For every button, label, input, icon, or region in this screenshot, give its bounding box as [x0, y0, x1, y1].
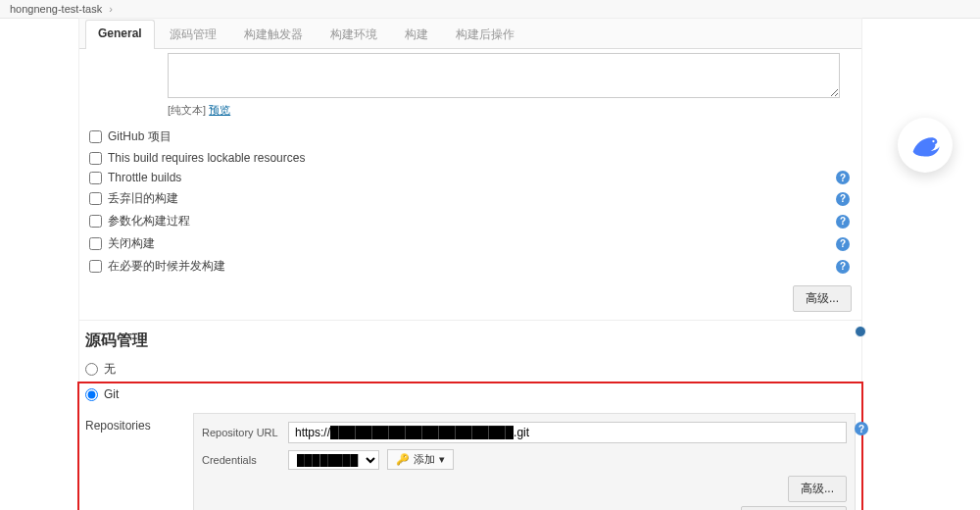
help-icon[interactable]: ?: [836, 260, 850, 274]
tab-post-build[interactable]: 构建后操作: [443, 20, 527, 49]
tab-triggers[interactable]: 构建触发器: [231, 20, 316, 49]
credentials-select[interactable]: ████████: [288, 450, 379, 470]
breadcrumb-separator: ›: [109, 3, 113, 15]
tab-general[interactable]: General: [85, 20, 155, 49]
tab-build[interactable]: 构建: [392, 20, 441, 49]
scm-git-row: Git: [79, 383, 861, 405]
opt-label: Throttle builds: [108, 171, 181, 184]
help-icon[interactable]: ?: [836, 171, 850, 184]
description-format-hint: [纯文本] 预览: [168, 103, 861, 118]
add-repository-button[interactable]: Add Repository: [741, 506, 847, 510]
repo-url-label: Repository URL: [202, 427, 280, 438]
help-icon[interactable]: ?: [836, 237, 850, 251]
opt-parameterized: 参数化构建过程 ?: [83, 210, 861, 232]
checkbox-lockable[interactable]: [89, 152, 102, 165]
scm-none-row: 无: [79, 357, 861, 382]
opt-concurrent: 在必要的时候并发构建 ?: [83, 255, 861, 278]
repo-url-input[interactable]: [288, 422, 847, 443]
checkbox-github-project[interactable]: [89, 130, 102, 143]
checkbox-discard-old[interactable]: [89, 192, 102, 205]
opt-lockable: This build requires lockable resources: [83, 148, 861, 168]
plain-text-label: [纯文本]: [168, 104, 206, 116]
checkbox-parameterized[interactable]: [89, 215, 102, 228]
help-icon[interactable]: ?: [836, 192, 850, 206]
scm-none-label: 无: [104, 361, 116, 378]
opt-label: GitHub 项目: [108, 128, 172, 145]
add-label: 添加: [414, 452, 435, 467]
help-icon[interactable]: ?: [836, 215, 850, 229]
config-page: General 源码管理 构建触发器 构建环境 构建 构建后操作 [纯文本] 预…: [78, 18, 862, 510]
key-icon: 🔑: [396, 453, 410, 466]
radio-scm-git[interactable]: [85, 388, 98, 401]
tab-scm[interactable]: 源码管理: [157, 20, 229, 49]
opt-label: 在必要的时候并发构建: [108, 258, 225, 275]
opt-discard-old: 丢弃旧的构建 ?: [83, 187, 861, 210]
general-panel: [纯文本] 预览 GitHub 项目 This build requires l…: [79, 49, 861, 510]
opt-disable-build: 关闭构建 ?: [83, 232, 861, 255]
preview-link[interactable]: 预览: [209, 104, 230, 116]
breadcrumb: hongneng-test-task ›: [0, 0, 980, 19]
tab-build-env[interactable]: 构建环境: [318, 20, 390, 49]
assistant-badge[interactable]: [898, 118, 953, 173]
checkbox-concurrent[interactable]: [89, 260, 102, 273]
opt-github-project: GitHub 项目: [83, 126, 861, 148]
opt-label: 关闭构建: [108, 235, 155, 252]
help-icon[interactable]: ?: [855, 422, 868, 435]
radio-scm-none[interactable]: [85, 363, 98, 376]
credentials-label: Credentials: [202, 454, 280, 466]
tab-bar: General 源码管理 构建触发器 构建环境 构建 构建后操作: [79, 19, 861, 49]
git-config: Repositories ? Repository URL Credential…: [79, 405, 861, 510]
repositories-block: Repositories ? Repository URL Credential…: [85, 413, 856, 510]
repo-advanced-button[interactable]: 高级...: [788, 476, 847, 502]
scroll-indicator-icon: [855, 326, 866, 337]
breadcrumb-item[interactable]: hongneng-test-task: [10, 3, 102, 15]
scm-git-label: Git: [104, 387, 119, 401]
opt-label: 参数化构建过程: [108, 213, 190, 230]
opt-throttle: Throttle builds ?: [83, 168, 861, 187]
description-textarea[interactable]: [168, 53, 840, 98]
advanced-button[interactable]: 高级...: [793, 285, 852, 312]
opt-label: 丢弃旧的构建: [108, 190, 178, 207]
add-credentials-button[interactable]: 🔑 添加 ▾: [387, 449, 454, 470]
repository-panel: ? Repository URL Credentials ████████ 🔑: [193, 413, 856, 510]
highlight-box: Git Repositories ? Repository URL Creden…: [77, 382, 863, 510]
svg-point-0: [932, 140, 934, 142]
checkbox-disable-build[interactable]: [89, 237, 102, 250]
credentials-row: Credentials ████████ 🔑 添加 ▾: [202, 449, 847, 470]
repositories-label: Repositories: [85, 413, 183, 510]
general-options: GitHub 项目 This build requires lockable r…: [83, 126, 861, 278]
bird-icon: [907, 128, 943, 163]
scm-section-title: 源码管理: [79, 320, 861, 357]
opt-label: This build requires lockable resources: [108, 151, 305, 165]
checkbox-throttle[interactable]: [89, 172, 102, 184]
repo-url-row: Repository URL: [202, 422, 847, 443]
chevron-down-icon: ▾: [439, 453, 445, 466]
